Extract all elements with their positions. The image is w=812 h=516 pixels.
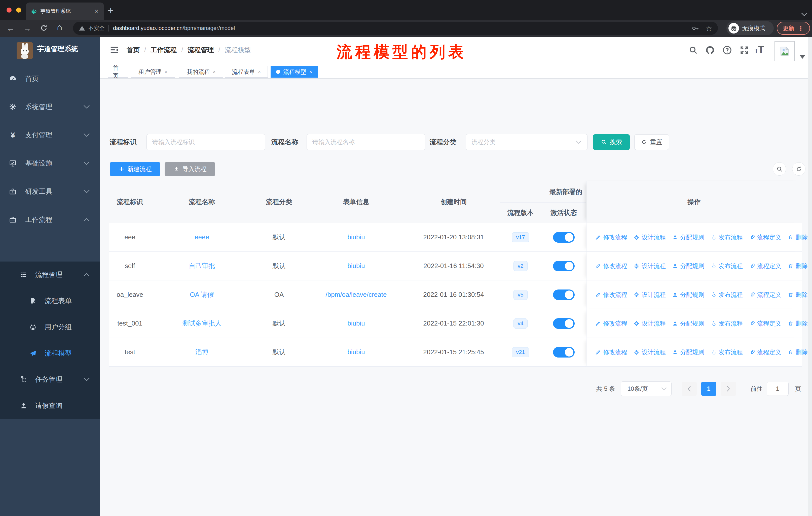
- modify-process-link[interactable]: 修改流程: [595, 291, 627, 299]
- modify-process-link[interactable]: 修改流程: [595, 348, 627, 356]
- tag-close-icon[interactable]: ×: [258, 69, 261, 75]
- url-bar[interactable]: 不安全 dashboard.yudao.iocoder.cn /bpm/mana…: [73, 22, 718, 35]
- tag-process-form[interactable]: 流程表单×: [225, 66, 268, 78]
- tag-process-model[interactable]: 流程模型×: [270, 66, 318, 78]
- sidebar-item-task-manage[interactable]: 任务管理: [0, 366, 100, 392]
- design-process-link[interactable]: 设计流程: [634, 291, 666, 299]
- assign-rule-link[interactable]: 分配规则: [672, 262, 704, 270]
- publish-process-link[interactable]: 发布流程: [710, 262, 743, 270]
- sidebar-item-user-group[interactable]: 用户分组: [0, 314, 100, 340]
- page-button-1[interactable]: 1: [701, 382, 716, 396]
- breadcrumb-process-manage[interactable]: 流程管理: [187, 46, 214, 54]
- sidebar-item-home[interactable]: 首页: [0, 64, 100, 93]
- bookmark-star-icon[interactable]: ☆: [705, 24, 712, 33]
- category-select[interactable]: 流程分类: [466, 134, 587, 150]
- publish-process-link[interactable]: 发布流程: [710, 348, 743, 356]
- sidebar-item-system[interactable]: 系统管理: [0, 93, 100, 121]
- modify-process-link[interactable]: 修改流程: [595, 320, 627, 328]
- sidebar-item-process-model[interactable]: 流程模型: [0, 340, 100, 366]
- active-toggle[interactable]: [553, 290, 575, 300]
- active-toggle[interactable]: [553, 261, 575, 271]
- process-definition-link[interactable]: 流程定义: [749, 348, 781, 356]
- form-link[interactable]: biubiu: [347, 233, 365, 241]
- delete-link[interactable]: 删除: [788, 320, 808, 328]
- update-button[interactable]: 更新 ⋮: [777, 22, 810, 35]
- help-icon[interactable]: [722, 45, 732, 55]
- tab-close-icon[interactable]: ×: [94, 7, 99, 15]
- design-process-link[interactable]: 设计流程: [634, 320, 666, 328]
- window-minimize-button[interactable]: [16, 7, 21, 12]
- forward-button[interactable]: →: [23, 23, 31, 33]
- assign-rule-link[interactable]: 分配规则: [672, 233, 704, 241]
- next-page-button[interactable]: [721, 382, 736, 396]
- version-badge[interactable]: v17: [512, 232, 529, 242]
- form-link[interactable]: biubiu: [347, 348, 365, 356]
- form-link[interactable]: biubiu: [347, 262, 365, 270]
- fullscreen-icon[interactable]: [740, 45, 749, 55]
- sidebar-item-devtools[interactable]: 研发工具: [0, 178, 100, 206]
- prev-page-button[interactable]: [682, 382, 697, 396]
- reload-button[interactable]: [40, 24, 48, 32]
- text-size-icon[interactable]: TT: [754, 44, 764, 55]
- tag-my-process[interactable]: 我的流程×: [179, 66, 223, 78]
- delete-link[interactable]: 删除: [788, 233, 808, 241]
- process-name-input[interactable]: [307, 134, 425, 150]
- design-process-link[interactable]: 设计流程: [634, 262, 666, 270]
- process-definition-link[interactable]: 流程定义: [749, 233, 781, 241]
- process-definition-link[interactable]: 流程定义: [749, 291, 781, 299]
- version-badge[interactable]: v2: [514, 261, 527, 271]
- process-key-input[interactable]: [146, 134, 265, 150]
- sidebar-item-workflow[interactable]: 工作流程: [0, 206, 100, 234]
- import-process-button[interactable]: 导入流程: [165, 162, 215, 176]
- version-badge[interactable]: v4: [514, 319, 527, 329]
- key-icon[interactable]: [691, 24, 699, 32]
- active-toggle[interactable]: [553, 318, 575, 329]
- publish-process-link[interactable]: 发布流程: [710, 233, 743, 241]
- publish-process-link[interactable]: 发布流程: [710, 320, 743, 328]
- active-toggle[interactable]: [553, 347, 575, 357]
- tag-close-icon[interactable]: ×: [309, 69, 312, 75]
- search-icon[interactable]: [689, 45, 698, 55]
- tag-tenant[interactable]: 租户管理×: [130, 66, 175, 78]
- browser-menu-icon[interactable]: ⋮: [798, 24, 804, 32]
- modify-process-link[interactable]: 修改流程: [595, 233, 627, 241]
- goto-page-input[interactable]: [767, 382, 789, 396]
- assign-rule-link[interactable]: 分配规则: [672, 320, 704, 328]
- page-size-select[interactable]: 10条/页: [621, 381, 671, 396]
- form-link[interactable]: /bpm/oa/leave/create: [326, 291, 387, 299]
- avatar-caret-icon[interactable]: [800, 55, 806, 59]
- breadcrumb-home[interactable]: 首页: [126, 46, 140, 54]
- search-button[interactable]: 搜索: [593, 134, 630, 150]
- assign-rule-link[interactable]: 分配规则: [672, 348, 704, 356]
- modify-process-link[interactable]: 修改流程: [595, 262, 627, 270]
- tab-search-chevron-icon[interactable]: [801, 12, 808, 17]
- process-name-link[interactable]: OA 请假: [190, 290, 214, 299]
- security-label[interactable]: 不安全: [88, 24, 105, 32]
- window-close-button[interactable]: [6, 7, 11, 12]
- back-button[interactable]: ←: [6, 23, 14, 33]
- process-definition-link[interactable]: 流程定义: [749, 262, 781, 270]
- sidebar-item-process-form[interactable]: 流程表单: [0, 288, 100, 314]
- browser-tab[interactable]: 芋道管理系统 ×: [26, 2, 104, 20]
- delete-link[interactable]: 删除: [788, 291, 808, 299]
- reset-button[interactable]: 重置: [634, 134, 669, 150]
- sidebar-item-payment[interactable]: ¥ 支付管理: [0, 121, 100, 149]
- tag-close-icon[interactable]: ×: [165, 69, 167, 75]
- home-button[interactable]: ⌂: [57, 22, 62, 32]
- sidebar-item-process-manage[interactable]: 流程管理: [0, 262, 100, 288]
- active-toggle[interactable]: [553, 232, 575, 243]
- avatar[interactable]: [775, 41, 794, 61]
- process-name-link[interactable]: 自己审批: [189, 262, 215, 270]
- version-badge[interactable]: v21: [512, 347, 529, 357]
- process-name-link[interactable]: eeee: [195, 233, 209, 241]
- delete-link[interactable]: 删除: [788, 348, 808, 356]
- design-process-link[interactable]: 设计流程: [634, 348, 666, 356]
- form-link[interactable]: biubiu: [347, 320, 365, 327]
- sidebar-fold-icon[interactable]: [110, 45, 119, 55]
- sidebar-item-infrastructure[interactable]: 基础设施: [0, 149, 100, 178]
- table-refresh-button[interactable]: [792, 162, 806, 175]
- github-icon[interactable]: [705, 45, 715, 55]
- new-tab-button[interactable]: +: [108, 5, 114, 16]
- process-name-link[interactable]: 测试多审批人: [182, 319, 222, 328]
- delete-link[interactable]: 删除: [788, 262, 808, 270]
